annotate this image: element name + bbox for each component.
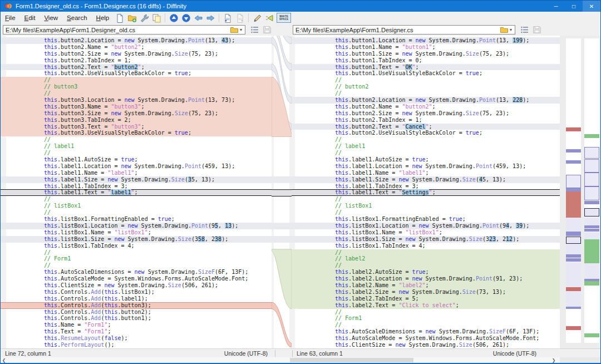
code-line[interactable]: this.listBox1.Size = new System.Drawing.… <box>292 236 560 243</box>
code-line[interactable]: // <box>1 150 272 156</box>
code-line[interactable]: this.label1.Location = new System.Drawin… <box>1 163 272 170</box>
menu-file[interactable]: File <box>1 13 20 22</box>
code-line[interactable]: this.label2.Name = "label2"; <box>292 282 560 289</box>
code-line[interactable]: this.button2.Name = "button2"; <box>1 44 272 51</box>
code-line[interactable]: this.label1.Text = "label1"; <box>1 189 272 196</box>
left-file-path-combobox[interactable]: ▾ <box>3 25 245 35</box>
code-line[interactable]: this.listBox1.Location = new System.Draw… <box>1 223 272 229</box>
code-line[interactable]: // <box>1 249 272 256</box>
merge-left-icon[interactable] <box>193 13 204 23</box>
code-line[interactable]: this.listBox1.Name = "listBox1"; <box>1 229 272 236</box>
diff-minimap[interactable] <box>560 36 601 348</box>
code-line[interactable]: this.label2.Text = "Click to select"; <box>292 302 560 309</box>
code-line[interactable]: this.Name = "Form1"; <box>1 322 272 328</box>
minimize-button[interactable]: ─ <box>547 1 565 12</box>
code-line[interactable]: this.Controls.Add(this.label1); <box>1 296 272 302</box>
code-line[interactable]: this.button1.Location = new System.Drawi… <box>292 37 560 44</box>
scroll-left-arrow-icon[interactable]: ❮ <box>1 357 7 363</box>
settings-wrench-icon[interactable] <box>139 13 150 23</box>
minimap-right-column[interactable] <box>584 38 599 343</box>
code-line[interactable]: this.label2.AutoSize = true; <box>292 269 560 276</box>
close-button[interactable]: ✕ <box>583 1 600 12</box>
code-line[interactable]: // <box>292 77 560 83</box>
code-line[interactable]: // label1 <box>1 143 272 150</box>
code-line[interactable]: // <box>292 136 560 143</box>
code-line[interactable]: this.label1.Location = new System.Drawin… <box>292 163 560 170</box>
code-line[interactable]: // <box>1 136 272 143</box>
code-line[interactable]: this.button3.UseVisualStyleBackColor = t… <box>1 130 272 136</box>
new-file-icon[interactable] <box>114 13 125 23</box>
code-line[interactable]: this.ResumeLayout(false); <box>1 335 272 342</box>
code-line[interactable]: this.button2.Size = new System.Drawing.S… <box>1 51 272 57</box>
code-line[interactable]: this.Text = "Form1"; <box>1 328 272 335</box>
code-line[interactable]: // <box>1 209 272 216</box>
code-line[interactable]: // button3 <box>1 83 272 90</box>
code-line[interactable]: this.listBox1.Location = new System.Draw… <box>292 223 560 229</box>
code-line[interactable]: this.label1.AutoSize = true; <box>292 156 560 163</box>
code-line[interactable]: this.button1.Name = "button1"; <box>292 44 560 51</box>
menu-help[interactable]: Help <box>92 13 114 22</box>
code-line[interactable]: // <box>1 196 272 203</box>
copy-file-left-icon[interactable] <box>222 13 233 23</box>
code-line[interactable]: this.ClientSize = new System.Drawing.Siz… <box>292 342 560 348</box>
code-line[interactable]: // label2 <box>292 255 560 262</box>
code-line[interactable]: this.AutoScaleMode = System.Windows.Form… <box>1 276 272 282</box>
code-line[interactable]: this.label1.TabIndex = 3; <box>292 183 560 190</box>
merge-right-icon[interactable] <box>205 13 216 23</box>
code-line[interactable]: // <box>1 77 272 83</box>
code-line[interactable]: this.label2.TabIndex = 5; <box>292 296 560 302</box>
code-line[interactable]: this.AutoScaleDimensions = new System.Dr… <box>292 328 560 335</box>
code-line[interactable]: this.button1.TabIndex = 0; <box>292 57 560 64</box>
code-line[interactable]: this.button1.UseVisualStyleBackColor = t… <box>292 70 560 77</box>
code-line[interactable]: // listBox1 <box>292 203 560 209</box>
code-line[interactable]: this.listBox1.Name = "listBox1"; <box>292 229 560 236</box>
menu-edit[interactable]: Edit <box>20 13 40 22</box>
next-diff-icon[interactable] <box>180 13 191 23</box>
code-line[interactable]: this.listBox1.TabIndex = 4; <box>292 243 560 249</box>
code-line[interactable]: // Form1 <box>1 255 272 262</box>
minimap-left-column[interactable] <box>566 38 581 343</box>
code-line[interactable]: this.label2.Size = new System.Drawing.Si… <box>292 289 560 296</box>
left-file-path-input[interactable] <box>3 27 230 33</box>
folder-icon[interactable] <box>500 27 508 33</box>
whitespace-toggle-button[interactable]: WHITE SPACE <box>277 13 291 23</box>
code-line[interactable]: this.listBox1.TabIndex = 4; <box>1 243 272 249</box>
code-line[interactable]: this.button2.Text = "Cancel"; <box>292 124 560 130</box>
code-line[interactable]: // <box>292 209 560 216</box>
menu-view[interactable]: View <box>40 13 62 22</box>
scroll-right-arrow-icon[interactable]: ❯ <box>550 357 557 363</box>
code-line[interactable]: // Form1 <box>292 315 560 322</box>
code-line[interactable]: this.button1.Size = new System.Drawing.S… <box>292 51 560 57</box>
code-line[interactable]: this.button2.TabIndex = 1; <box>292 117 560 124</box>
left-code-pane[interactable]: this.button2.Location = new System.Drawi… <box>1 36 272 348</box>
code-line[interactable]: this.button1.Text = "OK"; <box>292 64 560 71</box>
code-line[interactable]: // <box>292 150 560 156</box>
code-line[interactable]: // listBox1 <box>1 203 272 209</box>
code-line[interactable]: // <box>292 196 560 203</box>
code-line[interactable]: this.button2.Location = new System.Drawi… <box>1 37 272 44</box>
code-line[interactable]: // <box>292 322 560 328</box>
code-line[interactable]: // <box>292 309 560 316</box>
right-save-icon[interactable] <box>533 26 541 34</box>
edit-mode-icon[interactable] <box>252 13 263 23</box>
code-line[interactable]: this.ClientSize = new System.Drawing.Siz… <box>1 282 272 289</box>
right-code-pane[interactable]: this.button1.Location = new System.Drawi… <box>292 36 560 348</box>
folder-icon[interactable] <box>230 27 238 33</box>
maximize-button[interactable]: □ <box>565 1 583 12</box>
code-line[interactable]: this.button2.UseVisualStyleBackColor = t… <box>292 130 560 136</box>
copy-file-right-icon[interactable] <box>234 13 245 23</box>
code-line[interactable]: this.button2.Text = "button2"; <box>1 64 272 71</box>
right-file-path-input[interactable] <box>293 27 500 33</box>
code-line[interactable]: this.button3.TabIndex = 2; <box>1 117 272 124</box>
code-line[interactable]: this.listBox1.FormattingEnabled = true; <box>1 216 272 223</box>
left-save-icon[interactable] <box>263 26 272 34</box>
right-diff-list-icon[interactable] <box>520 26 529 34</box>
code-line[interactable]: this.PerformLayout(); <box>1 342 272 348</box>
code-line[interactable]: this.button3.Name = "button3"; <box>1 104 272 110</box>
scrollbar-thumb[interactable] <box>290 358 413 362</box>
code-line[interactable]: this.Controls.Add(this.listBox1); <box>1 289 272 296</box>
code-line[interactable]: this.listBox1.Size = new System.Drawing.… <box>1 236 272 243</box>
code-line[interactable]: // button2 <box>292 83 560 90</box>
code-line[interactable]: this.label1.Name = "label1"; <box>1 170 272 176</box>
code-line[interactable]: this.label2.Location = new System.Drawin… <box>292 276 560 282</box>
